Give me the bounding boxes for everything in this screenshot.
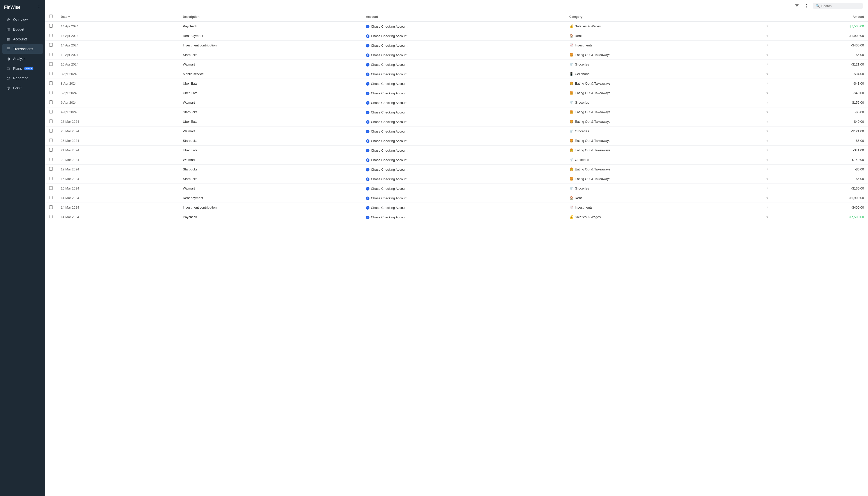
category-cell: 🛒Groceries⇅ [569,100,768,105]
row-category: 📈Investments⇅ [565,41,772,50]
analyze-icon: ◑ [6,57,11,61]
table-row: 28 Mar 2024Uber EatsCChase Checking Acco… [45,117,868,126]
category-sort-icon[interactable]: ⇅ [766,111,768,113]
row-checkbox[interactable] [49,43,53,47]
account-name: Chase Checking Account [371,187,407,190]
row-checkbox[interactable] [49,62,53,66]
category-cell: 💰Salaries & Wages⇅ [569,24,768,28]
row-date: 28 Mar 2024 [57,117,179,126]
sidebar-item-reporting[interactable]: ◎Reporting [2,73,43,83]
account-badge: CChase Checking Account [366,44,407,47]
category-cell: 💰Salaries & Wages⇅ [569,215,768,219]
row-amount: -$5.00 [772,107,868,117]
row-checkbox[interactable] [49,139,53,142]
category-sort-icon[interactable]: ⇅ [766,44,768,47]
row-amount: $7,500.00 [772,212,868,222]
select-all-checkbox[interactable] [49,15,53,18]
category-sort-icon[interactable]: ⇅ [766,92,768,94]
row-checkbox[interactable] [49,148,53,152]
filter-icon[interactable] [794,2,800,10]
row-category: 📈Investments⇅ [565,203,772,212]
category-name: Rent [575,34,582,38]
row-checkbox[interactable] [49,91,53,94]
row-checkbox[interactable] [49,177,53,180]
row-checkbox[interactable] [49,72,53,75]
category-sort-icon[interactable]: ⇅ [766,168,768,171]
row-amount: -$6.00 [772,165,868,174]
sidebar-item-budget[interactable]: ◫Budget [2,25,43,34]
category-sort-icon[interactable]: ⇅ [766,206,768,209]
category-icon: 🍔 [569,91,574,95]
search-input[interactable] [821,4,860,8]
row-date: 14 Mar 2024 [57,212,179,222]
category-sort-icon[interactable]: ⇅ [766,101,768,104]
row-checkbox[interactable] [49,158,53,161]
category-sort-icon[interactable]: ⇅ [766,139,768,142]
row-description: Investment contribution [179,41,362,50]
table-row: 26 Mar 2024WalmartCChase Checking Accoun… [45,126,868,136]
row-checkbox[interactable] [49,24,53,28]
category-sort-icon[interactable]: ⇅ [766,216,768,218]
category-name: Eating Out & Takeaways [575,110,610,114]
table-row: 6 Apr 2024Uber EatsCChase Checking Accou… [45,88,868,98]
category-sort-icon[interactable]: ⇅ [766,177,768,180]
row-checkbox[interactable] [49,100,53,104]
row-date: 14 Apr 2024 [57,21,179,31]
category-sort-icon[interactable]: ⇅ [766,187,768,190]
row-date: 8 Apr 2024 [57,69,179,79]
category-sort-icon[interactable]: ⇅ [766,53,768,56]
row-date: 21 Mar 2024 [57,145,179,155]
row-category: 📱Cellphone⇅ [565,69,772,79]
category-sort-icon[interactable]: ⇅ [766,73,768,75]
sidebar-item-overview[interactable]: ⊙Overview [2,15,43,24]
row-amount: -$1,900.00 [772,31,868,41]
row-checkbox[interactable] [49,110,53,113]
table-row: 19 Mar 2024StarbucksCChase Checking Acco… [45,165,868,174]
category-sort-icon[interactable]: ⇅ [766,130,768,133]
sidebar-item-goals[interactable]: ◎Goals [2,83,43,93]
sidebar-item-accounts[interactable]: ▦Accounts [2,34,43,44]
row-checkbox[interactable] [49,215,53,218]
category-sort-icon[interactable]: ⇅ [766,34,768,37]
sidebar-menu-icon[interactable]: ⋮ [37,4,41,10]
sidebar-item-analyze[interactable]: ◑Analyze [2,54,43,63]
category-sort-icon[interactable]: ⇅ [766,82,768,85]
row-amount: -$160.00 [772,184,868,193]
account-dot-icon: C [366,44,369,47]
table-row: 10 Apr 2024WalmartCChase Checking Accoun… [45,60,868,69]
category-cell: 🛒Groceries⇅ [569,186,768,190]
date-label: Date [61,15,67,19]
row-checkbox[interactable] [49,167,53,171]
date-header[interactable]: Date ▾ [57,12,179,21]
row-checkbox[interactable] [49,129,53,133]
sidebar-item-plans[interactable]: □PlansBETA [2,64,43,73]
row-checkbox[interactable] [49,53,53,56]
category-sort-icon[interactable]: ⇅ [766,63,768,66]
row-checkbox[interactable] [49,120,53,123]
category-sort-icon[interactable]: ⇅ [766,120,768,123]
category-sort-icon[interactable]: ⇅ [766,149,768,152]
category-cell: 🍔Eating Out & Takeaways⇅ [569,148,768,152]
account-badge: CChase Checking Account [366,120,407,124]
row-checkbox[interactable] [49,205,53,209]
table-row: 21 Mar 2024Uber EatsCChase Checking Acco… [45,145,868,155]
category-name: Eating Out & Takeaways [575,167,610,171]
row-category: 🍔Eating Out & Takeaways⇅ [565,136,772,145]
reporting-icon: ◎ [6,76,11,80]
row-category: 🍔Eating Out & Takeaways⇅ [565,107,772,117]
sidebar-item-transactions[interactable]: ☰Transactions [2,44,43,54]
row-checkbox[interactable] [49,196,53,199]
category-cell: 🏠Rent⇅ [569,196,768,200]
category-cell: 📱Cellphone⇅ [569,72,768,76]
row-category: 🏠Rent⇅ [565,193,772,203]
row-checkbox[interactable] [49,81,53,85]
row-category: 🍔Eating Out & Takeaways⇅ [565,50,772,60]
row-description: Starbucks [179,165,362,174]
row-checkbox[interactable] [49,34,53,37]
category-sort-icon[interactable]: ⇅ [766,25,768,28]
account-dot-icon: C [366,130,369,133]
row-checkbox[interactable] [49,186,53,190]
category-sort-icon[interactable]: ⇅ [766,158,768,161]
more-options-icon[interactable]: ⋮ [803,2,810,10]
category-sort-icon[interactable]: ⇅ [766,197,768,199]
